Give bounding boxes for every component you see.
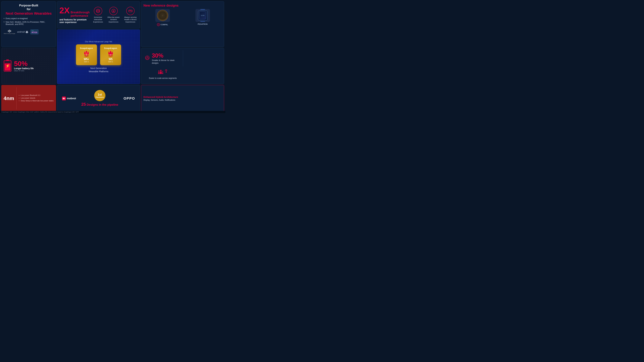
round-watch: ⬡ [157, 10, 168, 21]
svg-line-24 [146, 57, 146, 58]
os-logos-row: W Wear OS by Google android [4, 29, 54, 34]
band-top [200, 9, 205, 10]
svg-rect-20 [63, 98, 64, 99]
customers-badge-number: 1st [98, 93, 102, 96]
scale-svg-icon [158, 69, 164, 75]
svg-rect-21 [64, 98, 65, 99]
band-watch-assembly: 10:09 [198, 9, 208, 22]
ambient-icon [109, 7, 118, 15]
wear-os-icon: W [7, 29, 12, 33]
band-watch-body: 10:09 [198, 10, 208, 21]
mobvoi-svg [62, 97, 65, 100]
perf-icon-ambient: Ultra-low power Ambient Experiences [107, 7, 120, 23]
chip-w5plus-brand: Snapdragon [78, 47, 95, 49]
bullet-2: New SoC, Modem, AON Co-Processor, PMIC, … [4, 21, 54, 25]
svg-point-17 [86, 54, 87, 56]
nm-feature-2: Low power islands [19, 97, 54, 99]
nm-panel: 4nm Low power Bluetooth 5.3 Low power is… [1, 85, 56, 112]
hybrid-title: Enhanced Hybrid Architecture [144, 96, 222, 98]
svg-point-9 [27, 31, 27, 32]
svg-point-19 [110, 54, 111, 56]
mobvoi-text: mobvoi [67, 97, 76, 100]
perf-icon-immersive: Immersive Interactive Experiences [92, 7, 104, 23]
battery-sublabel: (days of use) [14, 70, 34, 72]
snapdragon-subtitle: Our Most Advanced Leap Yet [85, 40, 112, 43]
perf-icon-health: Always sensing Health-n-fitness Experien… [123, 7, 138, 23]
round-watch-face: ⬡ [158, 11, 167, 20]
band-bottom [200, 21, 205, 22]
scale-antenna-icon [164, 69, 168, 75]
ambient-label: Ultra-low power Ambient Experiences [107, 16, 120, 23]
pipeline-text: 25 Designs in the pipeline [81, 102, 118, 107]
svg-rect-30 [162, 72, 163, 74]
bullet-1: Every aspect re-imagined [4, 17, 54, 20]
smaller-svg-icon [144, 54, 150, 61]
battery-text: 50% Longer battery life (days of use) [14, 60, 34, 72]
smaller-percentage: 30% [152, 52, 182, 59]
svg-point-8 [26, 31, 27, 32]
chip-w5-flame [102, 50, 119, 57]
android-logo: android [17, 30, 28, 33]
nm-value: 4nm [4, 95, 14, 101]
battery-percentage: 50% [14, 60, 34, 67]
svg-point-15 [132, 11, 132, 11]
reference-panel: New reference designs ⬡ G COMPAL [141, 1, 224, 47]
chip-w5: Snapdragon W5 Gen 1 [100, 44, 121, 65]
purpose-line3: Next Generation Wearables [4, 11, 54, 16]
customers-badge: 1st Customers [94, 90, 106, 101]
compal-g-icon: G [157, 23, 160, 26]
immersive-label: Immersive Interactive Experiences [92, 16, 104, 23]
reference-designs-row: ⬡ G COMPAL 10:09 [144, 9, 222, 26]
wear-os-logo: W Wear OS by Google [4, 29, 15, 34]
customers-badge-label: Customers [96, 96, 104, 98]
battery-icon: ⚡ [4, 60, 12, 72]
band-watch-screen: 10:09 [199, 11, 206, 19]
purpose-line2: for [4, 7, 54, 11]
pegatron-name: PEGATRON [198, 23, 208, 25]
svg-point-33 [166, 72, 167, 72]
svg-point-12 [98, 10, 100, 12]
compal-design: ⬡ G COMPAL [155, 9, 170, 26]
chip-w5plus-flame [78, 50, 95, 57]
snapdragon-footer-line2: Wearable Platforms [89, 70, 108, 73]
brain-icon [144, 54, 150, 62]
customers-center: 1st Customers 25 Designs in the pipeline [81, 90, 118, 107]
snapdragon-footer: Next Generation Wearable Platforms [89, 67, 108, 73]
rtos-badge: free RTOS [30, 29, 38, 34]
snapdragon-footer-line1: Next Generation [90, 67, 107, 69]
compal-watch-image: ⬡ [155, 9, 170, 22]
svg-rect-26 [158, 72, 160, 74]
watch-face-decoration: ⬡ [162, 15, 163, 16]
performance-2x-row: 2X Breakthrough performance [60, 6, 90, 18]
performance-icons-row: Immersive Interactive Experiences Ultra-… [92, 7, 138, 23]
performance-main: 2X Breakthrough performance and features… [60, 6, 90, 23]
chip-w5-brand: Snapdragon [102, 47, 119, 49]
pipeline-label: Designs in the pipeline [87, 103, 118, 106]
scale-label: Easier to scale across segments [149, 77, 177, 80]
android-text: android [17, 30, 25, 33]
oppo-logo: OPPO [124, 96, 135, 100]
chip-w5plus-gen: Gen 1 [78, 61, 95, 63]
pegatron-design: 10:09 PEGATRON [196, 9, 210, 26]
scale-icon-group [158, 69, 168, 75]
health-label: Always sensing Health-n-fitness Experien… [123, 16, 138, 23]
chip-w5-model: W5 [102, 58, 119, 61]
purpose-line1: Purpose-Built [4, 4, 54, 7]
svg-text:W: W [9, 30, 10, 32]
svg-point-27 [158, 70, 160, 72]
compal-logo-row: G COMPAL [157, 23, 168, 26]
nm-feature-1: Low power Bluetooth 5.3 [19, 94, 54, 96]
svg-line-25 [148, 57, 149, 58]
battery-icon-wrapper: ⚡ [4, 60, 12, 72]
chip-w5-gen: Gen 1 [102, 61, 119, 63]
pipeline-number: 25 [81, 102, 86, 107]
performance-headline: Breakthrough performance [71, 11, 90, 18]
wear-os-text: Wear OS by Google [4, 33, 15, 34]
battery-panel: ⚡ 50% Longer battery life (days of use) [1, 48, 56, 84]
chips-row: Snapdragon W5+ Gen 1 Snapdragon [76, 44, 121, 65]
android-icon [25, 30, 28, 33]
immersive-icon [94, 7, 102, 15]
footnote: Snapdragon W5+ verses Snapdragon Wear 41… [0, 111, 226, 113]
rtos-free-text: free [32, 30, 37, 31]
svg-point-11 [96, 10, 98, 12]
